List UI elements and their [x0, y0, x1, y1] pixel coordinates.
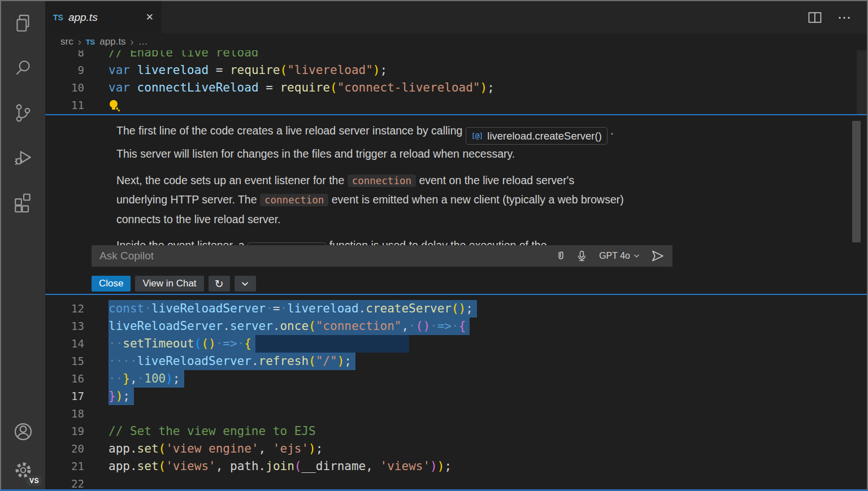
breadcrumb-folder[interactable]: src [60, 36, 73, 47]
line-number: 16 [45, 370, 84, 388]
model-picker[interactable]: GPT 4o [599, 251, 640, 261]
tab-close-icon[interactable]: ✕ [146, 11, 154, 23]
line-number: 22 [45, 475, 84, 489]
symbol-icon: [@] [471, 127, 483, 146]
copilot-input-placeholder: Ask Copilot [99, 250, 154, 262]
code-line-17[interactable]: 17}); [45, 388, 867, 405]
selected-code: }); [108, 388, 134, 405]
code-line-20[interactable]: 20app.set('view engine', 'ejs'); [45, 440, 867, 458]
selected-code: const·liveReloadServer·=·livereload.crea… [108, 300, 477, 318]
typescript-file-icon: TS [86, 38, 96, 46]
split-editor-icon[interactable] [808, 12, 822, 23]
activity-bar: VS [1, 1, 45, 489]
code-line-21[interactable]: 21app.set('views', path.join(__dirname, … [45, 458, 867, 475]
account-icon[interactable] [1, 412, 45, 451]
chat-actions: Close View in Chat ↻ [92, 276, 256, 292]
attach-icon[interactable] [555, 250, 567, 262]
selected-code: ··setTimeout(()·=>·{ [108, 335, 255, 353]
refresh-icon: ↻ [215, 279, 224, 289]
line-number: 21 [45, 458, 84, 475]
run-and-debug-icon[interactable] [1, 135, 45, 180]
send-icon[interactable] [651, 249, 665, 263]
inline-code-chip[interactable]: connection [348, 175, 416, 187]
chevron-down-icon [241, 281, 249, 286]
source-control-icon[interactable] [1, 90, 45, 135]
line-number: 19 [45, 423, 84, 440]
code-line-15[interactable]: 15····liveReloadServer.refresh("/"); [45, 353, 867, 370]
extensions-icon[interactable] [1, 180, 45, 224]
code-editor[interactable]: 8// Enable live reload9var livereload = … [45, 50, 867, 489]
search-icon[interactable] [1, 46, 45, 90]
code-line-10[interactable]: 10var connectLiveReload = require("conne… [45, 79, 867, 97]
line-number: 15 [45, 353, 84, 370]
code-line-9[interactable]: 9var livereload = require("livereload"); [45, 62, 867, 79]
line-number: 17 [45, 388, 84, 405]
editor-group: TS app.ts ✕ ⋯ src › TS app.ts › … 8// En… [45, 1, 867, 489]
code-line-11[interactable]: 11 [45, 97, 867, 114]
breadcrumb-separator-icon: › [131, 36, 134, 48]
more-options-button[interactable] [235, 276, 256, 292]
tab-app-ts[interactable]: TS app.ts ✕ [45, 1, 162, 33]
line-number: 8 [45, 50, 84, 62]
tab-label: app.ts [68, 11, 98, 24]
code-line-18[interactable]: 18 [45, 405, 867, 423]
tab-bar: TS app.ts ✕ ⋯ [45, 1, 867, 33]
chat-paragraph: The first line of the code creates a liv… [116, 121, 686, 164]
selected-code: ····liveReloadServer.refresh("/"); [108, 353, 355, 370]
copilot-response: The first line of the code creates a liv… [45, 115, 867, 249]
symbol-reference-chip[interactable]: [@]livereload.createServer() [466, 127, 607, 145]
model-label: GPT 4o [599, 251, 630, 261]
line-number: 12 [45, 300, 84, 318]
settings-gear-icon[interactable]: VS [1, 451, 45, 489]
breadcrumb-file[interactable]: app.ts [99, 36, 125, 47]
selected-code: ··},·100); [108, 370, 184, 388]
code-lines-top: 8// Enable live reload9var livereload = … [45, 50, 867, 114]
code-line-19[interactable]: 19// Set the view engine to EJS [45, 423, 867, 440]
copilot-lightbulb-icon [108, 99, 121, 112]
line-number: 13 [45, 318, 84, 335]
code-line-8[interactable]: 8// Enable live reload [45, 50, 867, 62]
line-number: 18 [45, 405, 84, 423]
line-number: 9 [45, 62, 84, 79]
vscode-window: VS TS app.ts ✕ ⋯ src › TS app.ts › … [0, 0, 868, 491]
selected-code: liveReloadServer.server.once("connection… [108, 318, 470, 335]
chat-scrollbar[interactable] [852, 121, 861, 242]
copilot-inline-chat: The first line of the code creates a liv… [45, 114, 867, 295]
line-number: 10 [45, 79, 84, 97]
vs-badge: VS [27, 476, 42, 486]
code-line-22[interactable]: 22 [45, 475, 867, 489]
editor-scrollbar[interactable] [857, 50, 867, 114]
code-line-14[interactable]: 14··setTimeout(()·=>·{ [45, 335, 867, 353]
chat-paragraph: Next, the code sets up an event listener… [116, 171, 686, 229]
code-line-13[interactable]: 13liveReloadServer.server.once("connecti… [45, 318, 867, 335]
breadcrumb: src › TS app.ts › … [45, 33, 867, 50]
line-number: 11 [45, 97, 84, 114]
regenerate-button[interactable]: ↻ [209, 276, 230, 292]
line-number: 20 [45, 440, 84, 458]
explorer-icon[interactable] [1, 1, 45, 46]
code-lines-bottom: 12const·liveReloadServer·=·livereload.cr… [45, 295, 867, 489]
breadcrumb-separator-icon: › [78, 36, 81, 48]
typescript-file-icon: TS [53, 13, 63, 22]
line-number: 14 [45, 335, 84, 353]
breadcrumb-symbol[interactable]: … [138, 36, 148, 47]
copilot-input[interactable]: Ask Copilot GPT 4o [92, 245, 672, 267]
chevron-down-icon [633, 254, 640, 258]
copilot-lightbulb-icon[interactable] [108, 99, 121, 112]
close-button[interactable]: Close [92, 276, 131, 292]
code-line-12[interactable]: 12const·liveReloadServer·=·livereload.cr… [45, 300, 867, 318]
microphone-icon[interactable] [576, 250, 588, 262]
inline-code-chip[interactable]: connection [260, 194, 328, 206]
code-line-16[interactable]: 16··},·100); [45, 370, 867, 388]
more-actions-icon[interactable]: ⋯ [837, 11, 852, 24]
view-in-chat-button[interactable]: View in Chat [135, 276, 203, 292]
